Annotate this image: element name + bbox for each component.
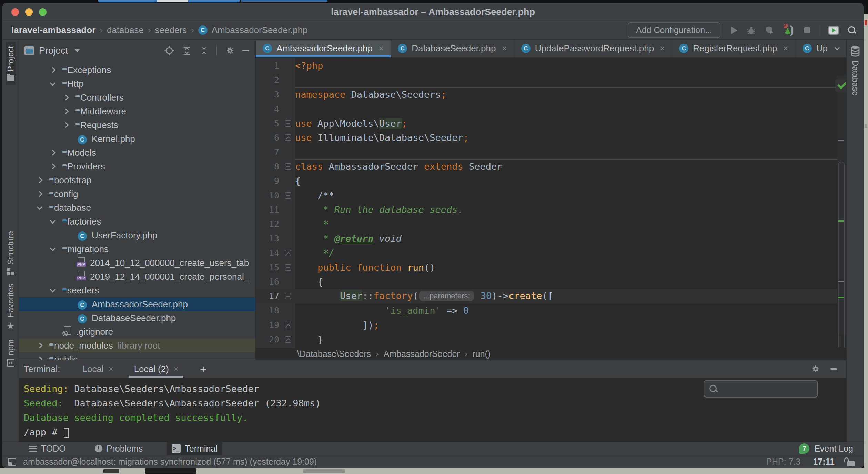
tree-item-Middleware[interactable]: Middleware — [19, 104, 255, 118]
terminal-toolwindow-button[interactable]: >_ Terminal — [167, 442, 222, 455]
tree-item-2019_12_14_000001_create_personal_[interactable]: 2019_12_14_000001_create_personal_ — [19, 270, 255, 284]
fold-marker-icon[interactable] — [285, 293, 291, 299]
todo-toolwindow-button[interactable]: TODO — [24, 442, 71, 455]
close-icon[interactable]: × — [174, 364, 179, 374]
tree-item-seeders[interactable]: seeders — [19, 284, 255, 297]
editor-breadcrumb-method[interactable]: run() — [472, 349, 491, 359]
chevron-down-icon[interactable] — [37, 204, 43, 210]
chevron-right-icon[interactable] — [37, 191, 43, 197]
tree-item-Http[interactable]: Http — [19, 77, 255, 91]
tree-item-Exceptions[interactable]: Exceptions — [19, 63, 255, 77]
hide-panel-icon[interactable] — [242, 50, 249, 51]
add-configuration-button[interactable]: Add Configuration... — [628, 22, 720, 38]
tree-item-public[interactable]: public — [19, 352, 255, 360]
new-terminal-session-button[interactable]: + — [200, 362, 207, 376]
chevron-right-icon[interactable] — [63, 109, 69, 114]
php-version[interactable]: PHP: 7.3 — [766, 457, 800, 467]
code-line-1[interactable]: 1<?php — [256, 59, 837, 73]
chevron-right-icon[interactable] — [63, 95, 69, 101]
code-line-8[interactable]: 8class AmbassadorSeeder extends Seeder — [256, 159, 837, 174]
toggle-toolwindows-icon[interactable] — [8, 458, 16, 466]
terminal-output[interactable]: Seeding: Database\Seeders\AmbassadorSeed… — [19, 378, 846, 442]
code-line-11[interactable]: 11 * Run the database seeds. — [256, 203, 837, 217]
tree-item-database[interactable]: database — [19, 201, 255, 215]
chevron-down-icon[interactable] — [50, 80, 56, 86]
tool-stripe-structure[interactable]: Structure — [6, 227, 16, 279]
gear-icon[interactable] — [224, 45, 235, 56]
code-line-19[interactable]: 19 ]); — [256, 318, 837, 332]
code-line-20[interactable]: 20 } — [256, 332, 837, 347]
tree-item-node_modules[interactable]: node_moduleslibrary root — [19, 339, 255, 352]
code-line-9[interactable]: 9{ — [256, 174, 837, 188]
tool-stripe-project[interactable]: Project — [6, 42, 16, 85]
code-line-13[interactable]: 13 * @return void — [256, 231, 837, 246]
code-line-10[interactable]: 10 /** — [256, 188, 837, 203]
tree-item-factories[interactable]: factories — [19, 215, 255, 228]
code-line-7[interactable]: 7 — [256, 145, 837, 159]
terminal-tab-local-2[interactable]: Local (2) × — [131, 360, 181, 378]
breadcrumb-file[interactable]: AmbassadorSeeder.php — [212, 25, 308, 35]
search-everywhere-icon[interactable] — [848, 26, 857, 35]
chevron-right-icon[interactable] — [37, 357, 43, 360]
fold-marker-icon[interactable] — [285, 264, 291, 271]
close-icon[interactable]: × — [660, 43, 665, 54]
fold-marker-icon[interactable] — [285, 336, 291, 343]
chevron-right-icon[interactable] — [37, 177, 43, 183]
tree-item-config[interactable]: config — [19, 187, 255, 201]
tree-item-migrations[interactable]: migrations — [19, 242, 255, 256]
chevron-right-icon[interactable] — [50, 150, 56, 156]
run-icon[interactable] — [731, 26, 737, 34]
code-line-14[interactable]: 14 */ — [256, 246, 837, 260]
expand-all-icon[interactable] — [182, 45, 192, 56]
terminal-tab-local[interactable]: Local × — [79, 360, 116, 378]
code-line-2[interactable]: 2 — [256, 73, 837, 87]
collapse-all-icon[interactable] — [199, 45, 209, 56]
tree-item-Providers[interactable]: Providers — [19, 159, 255, 173]
problems-toolwindow-button[interactable]: ! Problems — [90, 442, 148, 455]
fold-marker-icon[interactable] — [285, 120, 291, 127]
code-line-5[interactable]: 5use App\Models\User; — [256, 116, 837, 131]
run-anything-icon[interactable] — [828, 26, 839, 35]
inspections-ok-icon[interactable] — [835, 79, 846, 92]
fold-marker-icon[interactable] — [285, 250, 291, 256]
chevron-down-icon[interactable] — [50, 287, 56, 293]
tool-stripe-npm[interactable]: npm n — [6, 335, 16, 371]
chevron-down-icon[interactable] — [50, 246, 56, 251]
code-line-15[interactable]: 15 public function run() — [256, 260, 837, 275]
tree-item-Models[interactable]: Models — [19, 146, 255, 159]
editor-breadcrumb-namespace[interactable]: \Database\Seeders — [297, 349, 371, 359]
tree-item-Kernel.php[interactable]: CKernel.php — [19, 132, 255, 146]
terminal-settings-gear-icon[interactable] — [810, 364, 820, 374]
tree-item-AmbassadorSeeder.php[interactable]: CAmbassadorSeeder.php — [19, 297, 255, 311]
close-icon[interactable]: × — [783, 43, 788, 54]
hide-terminal-icon[interactable] — [830, 368, 837, 370]
tool-stripe-database[interactable]: Database — [850, 41, 860, 100]
breadcrumb-project[interactable]: laravel-ambassador — [11, 25, 95, 35]
editor-breadcrumb-class[interactable]: AmbassadorSeeder — [384, 349, 460, 359]
event-log-button[interactable]: 7 Event Log — [799, 443, 853, 454]
debug-icon[interactable] — [746, 25, 756, 35]
tree-item-Controllers[interactable]: Controllers — [19, 91, 255, 104]
code-line-12[interactable]: 12 * — [256, 217, 837, 231]
editor-scrollbar[interactable] — [837, 75, 846, 335]
stop-icon[interactable] — [804, 27, 810, 33]
editor-tab-RegisterRequest.php[interactable]: CRegisterRequest.php× — [672, 40, 795, 57]
close-icon[interactable]: × — [379, 43, 384, 54]
chevron-right-icon[interactable] — [37, 343, 43, 349]
code-line-3[interactable]: 3namespace Database\Seeders; — [256, 87, 837, 102]
locate-file-icon[interactable] — [164, 45, 174, 56]
project-view-selector[interactable]: Project — [24, 45, 80, 56]
code-line-4[interactable]: 4 — [256, 102, 837, 116]
editor-tab-AmbassadorSeeder.php[interactable]: CAmbassadorSeeder.php× — [256, 40, 391, 57]
chevron-down-icon[interactable] — [50, 218, 56, 224]
coverage-icon[interactable] — [765, 25, 775, 35]
unlocked-padlock-icon[interactable] — [847, 457, 855, 466]
attach-debugger-icon[interactable]: ❳ — [784, 25, 795, 35]
scrollbar-thumb[interactable] — [838, 162, 845, 348]
breadcrumb-database[interactable]: database — [107, 25, 144, 35]
tree-item-UserFactory.php[interactable]: CUserFactory.php — [19, 228, 255, 242]
tree-item-2014_10_12_000000_create_users_tab[interactable]: 2014_10_12_000000_create_users_tab — [19, 256, 255, 270]
fold-marker-icon[interactable] — [285, 192, 291, 199]
close-icon[interactable]: × — [502, 43, 507, 54]
code-line-18[interactable]: 18 'is_admin' => 0 — [256, 303, 837, 318]
